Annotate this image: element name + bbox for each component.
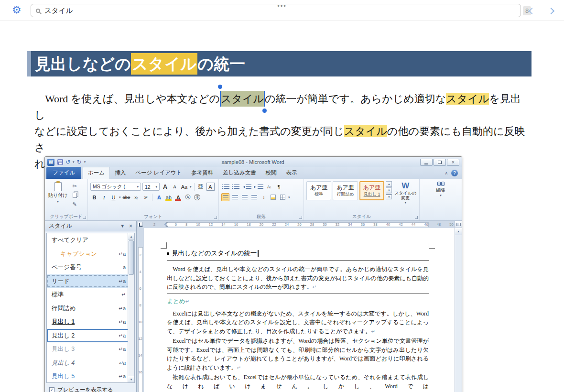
ruler-number: 48 [437, 222, 441, 227]
font-name-select: MS ゴシック (.▾ [90, 183, 141, 191]
justify-icon [251, 195, 257, 199]
gallery-more-button: ▾ [386, 194, 392, 199]
selection-handle-bottom[interactable] [262, 109, 267, 113]
ruler-number: 16 [138, 370, 142, 374]
bold-button: B [90, 193, 98, 201]
subscript-button: x₂ [132, 193, 140, 201]
ruler-number: 28 [310, 222, 314, 227]
format-painter-button: ✎ [70, 201, 79, 208]
ribbon-group-font: MS ゴシック (.▾ 12▾ A A Aa ▾ 亜 A B I U ▾ abe [88, 179, 219, 220]
ruler-number: 50 [449, 222, 453, 227]
tab-home: ホーム [83, 167, 110, 179]
doc-paragraph-2: Excelには見出しや本文などの概念がないため、スタイルを統一するのは大変です。… [167, 309, 429, 337]
horizontal-ruler-numbers: 2468101214161820222426283032343638404244… [153, 221, 454, 228]
ruler-number: 14 [221, 222, 225, 227]
style-item-heading2: 見出し 2↵a [47, 329, 134, 343]
next-match-button[interactable] [545, 5, 557, 17]
ruler-number: 20 [260, 222, 263, 227]
paragraph-mark: ↵ [371, 329, 375, 334]
minimize-icon [424, 163, 428, 164]
editing-label: 編集 [436, 187, 445, 194]
ruler-number: 12 [209, 222, 213, 227]
selected-text: スタイル [220, 91, 265, 107]
document-page: 見出しなどのスタイルの統一 Word を使えば、見出しや本文などのスタイルの統一… [144, 228, 455, 392]
outdent-icon [242, 185, 245, 188]
embedded-word-screenshot: W ↺ ▾ ↻ ▾ sample08 - Microsoft Word × ファ… [44, 156, 462, 392]
ribbon-group-paragraph: A↓ ¶ ↕ ▾ 段落 [219, 179, 304, 220]
minimize-button [420, 159, 433, 166]
ribbon-tabs: ファイル ホーム 挿入 ページ レイアウト 参考資料 差し込み文書 校閲 表示 … [45, 167, 462, 179]
doc-subheading: まとめ↵ [167, 297, 429, 305]
paragraph-line-2: などに設定しておくことにより、後から加えた書式の変更が同じスタイルの他の要素にも… [34, 123, 529, 156]
chevron-right-icon [548, 8, 554, 14]
numbering-icon [232, 185, 233, 189]
copy-icon [73, 193, 77, 198]
paragraph-line-1: Word を使えば、見出しや本文などのスタイルの統一が簡単です。あらかじめ適切な… [34, 91, 529, 123]
quick-access-toolbar: ↺ ▾ ↻ ▾ [57, 159, 86, 165]
strikethrough-button: abe [122, 193, 131, 201]
body-text: Word を使えば、見出しや本文などの [34, 93, 220, 105]
dropdown-icon: ▾ [155, 185, 157, 189]
clipboard-icon [54, 182, 62, 191]
ruler-number: 34 [348, 222, 352, 227]
tab-insert: 挿入 [110, 167, 130, 179]
paste-button: 貼り付け ▾ [47, 180, 68, 213]
enclose-characters-button: Ⓐ [184, 193, 192, 201]
paste-dropdown-icon: ▾ [57, 200, 59, 204]
text-highlight-button: ab [164, 193, 173, 201]
styles-pane-title: スタイル [49, 222, 116, 230]
page-title-banner: 見出しなどのスタイルの統一 [27, 51, 531, 76]
ruler-number: 24 [285, 222, 289, 227]
grow-font-button: A [161, 183, 169, 191]
dropdown-icon: ▾ [404, 201, 406, 205]
text-cursor [258, 250, 259, 257]
settings-gear-icon[interactable]: ⚙ [12, 4, 22, 16]
paragraph-mark: ↵ [237, 365, 241, 370]
paragraph-mark: ↵ [313, 284, 316, 290]
align-left-button [221, 193, 229, 201]
window-buttons: × [420, 159, 459, 166]
previous-match-button[interactable] [526, 5, 538, 17]
word-body: スタイル ▼ × すべてクリア キャプション↵a ページ番号a リード↵a 標準… [45, 221, 462, 392]
vertical-ruler-numbers: 246810121416 [137, 253, 144, 374]
styles-pane-close-icon: × [129, 223, 132, 229]
ruler-toggle-button [455, 221, 462, 228]
search-field[interactable] [31, 4, 521, 17]
selection-handle-top[interactable] [218, 85, 222, 89]
align-center-button [231, 193, 239, 201]
style-item-lead: リード↵a [47, 274, 134, 288]
lead-bottom-border [167, 294, 429, 294]
tab-mailings: 差し込み文書 [218, 167, 261, 179]
search-highlight: スタイル [344, 125, 387, 137]
copy-button [70, 192, 79, 199]
group-label-paragraph: 段落 [219, 214, 304, 220]
ruler-number: 40 [386, 222, 390, 227]
window-drag-dots[interactable]: ••• [277, 2, 287, 10]
ruler-number: 42 [399, 222, 402, 227]
group-label-font: フォント [88, 214, 218, 220]
scroll-up-icon: ▴ [128, 233, 134, 240]
style-item-heading3: 見出し 3↵a [47, 342, 134, 356]
styles-pane-scrollbar: ▴ ▾ [128, 233, 134, 382]
increase-indent-button [253, 183, 264, 191]
dialog-launcher-icon [83, 216, 86, 219]
word-title-bar: W ↺ ▾ ↻ ▾ sample08 - Microsoft Word × [45, 157, 462, 167]
ruler-number: 2 [139, 253, 141, 257]
ruler-number: 4 [164, 222, 166, 227]
selected-text-value: スタイル [221, 93, 264, 105]
undo-icon: ↺ [65, 159, 70, 165]
chevron-left-icon [529, 8, 535, 14]
shading-icon [271, 195, 276, 200]
dropdown-icon: ▾ [119, 196, 121, 199]
tab-page-layout: ページ レイアウト [130, 167, 186, 179]
close-button: × [447, 159, 459, 166]
ribbon-group-clipboard: 貼り付け ▾ ✂ ✎ クリップボード [45, 179, 88, 220]
gallery-down-button: ▾ [386, 187, 392, 193]
search-input[interactable] [44, 7, 236, 14]
doc-heading: 見出しなどのスタイルの統一 [167, 249, 429, 261]
ruler-number: 8 [185, 222, 187, 227]
ruler-number: 8 [139, 303, 141, 307]
ruler-number: 44 [412, 222, 415, 227]
ruler-number: 6 [175, 222, 177, 227]
ruler-number: 30 [323, 222, 326, 227]
